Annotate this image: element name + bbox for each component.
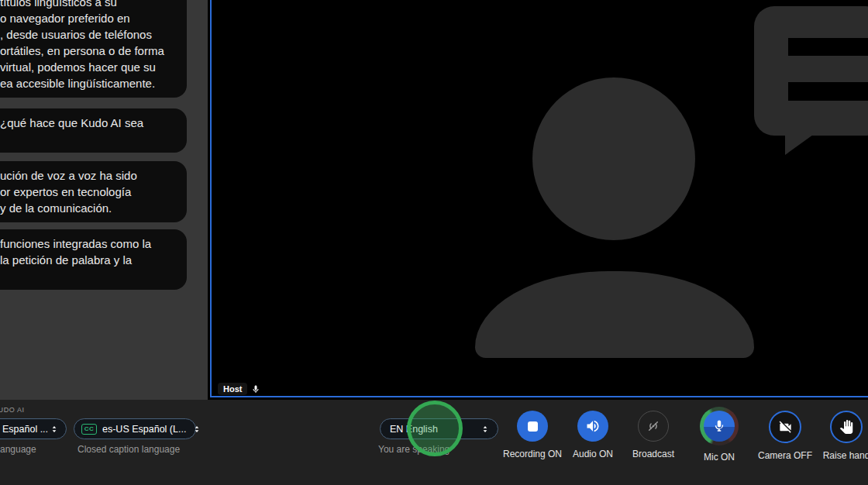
chevron-updown-icon	[49, 424, 60, 435]
chat-bubble-shape	[754, 6, 868, 136]
caption-line: or expertos en tecnología	[0, 184, 176, 200]
floor-language-select[interactable]: Español ...	[0, 418, 67, 439]
chat-bubble-line	[788, 38, 868, 56]
stop-recording-icon	[517, 411, 548, 442]
chevron-updown-icon	[480, 424, 491, 435]
caption-line: ea accesible lingüísticamente.	[0, 75, 176, 91]
caption-line: funciones integradas como la	[0, 236, 176, 252]
caption-line: virtual, podemos hacer que su	[0, 59, 176, 75]
speaking-status: You are speaking	[378, 444, 450, 455]
recording-button[interactable]: Recording ON	[500, 411, 565, 459]
meeting-window: títulos lingüísticos a su o navegador pr…	[0, 0, 868, 485]
caption-line: ortátiles, en persona o de forma	[0, 43, 176, 59]
mic-icon	[704, 411, 735, 442]
caption-bubble: ¿qué hace que Kudo AI sea	[0, 108, 187, 153]
caption-bubble: funciones integradas como la la petición…	[0, 229, 187, 290]
floor-language-value: Español ...	[2, 424, 48, 435]
floor-language-label: anguage	[0, 444, 36, 455]
camera-off-icon	[769, 411, 801, 443]
chat-bubble-icon	[754, 6, 868, 157]
raise-hand-label: Raise hand	[823, 450, 868, 461]
video-tile[interactable]: Host	[210, 0, 868, 397]
broadcast-label: Broadcast	[632, 449, 674, 459]
speaker-icon	[577, 411, 608, 442]
mic-label: Mic ON	[704, 452, 735, 463]
host-badge: Host	[218, 383, 247, 395]
closed-caption-icon: CC	[81, 424, 97, 435]
chat-bubble-tail	[785, 135, 813, 155]
caption-line: o navegador preferido en	[0, 10, 176, 26]
raise-hand-button[interactable]: Raise hand	[814, 411, 868, 461]
caption-line: y de la comunicación.	[0, 200, 176, 216]
caption-line: títulos lingüísticos a su	[0, 0, 176, 10]
avatar-head	[532, 77, 695, 240]
captions-panel: títulos lingüísticos a su o navegador pr…	[0, 0, 208, 400]
bottom-toolbar: KUDO AI Español ... anguage CC es-US Esp…	[0, 400, 868, 485]
caption-bubble: títulos lingüísticos a su o navegador pr…	[0, 0, 187, 98]
mic-level-ring	[700, 407, 739, 445]
caption-line: ¿qué hace que Kudo AI sea	[0, 115, 176, 131]
broadcast-off-icon	[638, 411, 669, 442]
speaking-language-value: EN English	[390, 424, 438, 435]
caption-line: ución de voz a voz ha sido	[0, 167, 176, 184]
audio-button[interactable]: Audio ON	[560, 411, 625, 459]
raise-hand-icon	[830, 411, 863, 443]
mic-icon	[251, 384, 260, 395]
caption-line: , desde usuarios de teléfonos	[0, 26, 176, 43]
caption-line: la petición de palabra y la	[0, 252, 176, 268]
audio-label: Audio ON	[573, 449, 613, 459]
speaking-language-select[interactable]: EN English	[380, 418, 498, 439]
broadcast-button[interactable]: Broadcast	[621, 411, 686, 459]
chat-bubble-line	[788, 82, 868, 101]
camera-button[interactable]: Camera OFF	[753, 411, 818, 461]
caption-language-value: es-US Español (L...	[102, 424, 186, 435]
brand-label: KUDO AI	[0, 406, 25, 414]
recording-label: Recording ON	[503, 449, 562, 459]
camera-label: Camera OFF	[758, 450, 812, 461]
chevron-updown-icon	[191, 424, 202, 435]
mic-button[interactable]: Mic ON	[687, 407, 752, 463]
caption-language-select[interactable]: CC es-US Español (L...	[74, 418, 196, 439]
host-badge-group: Host	[218, 383, 260, 395]
avatar-body	[475, 271, 754, 358]
caption-bubble: ución de voz a voz ha sido or expertos e…	[0, 161, 187, 222]
caption-language-label: Closed caption language	[78, 444, 180, 455]
